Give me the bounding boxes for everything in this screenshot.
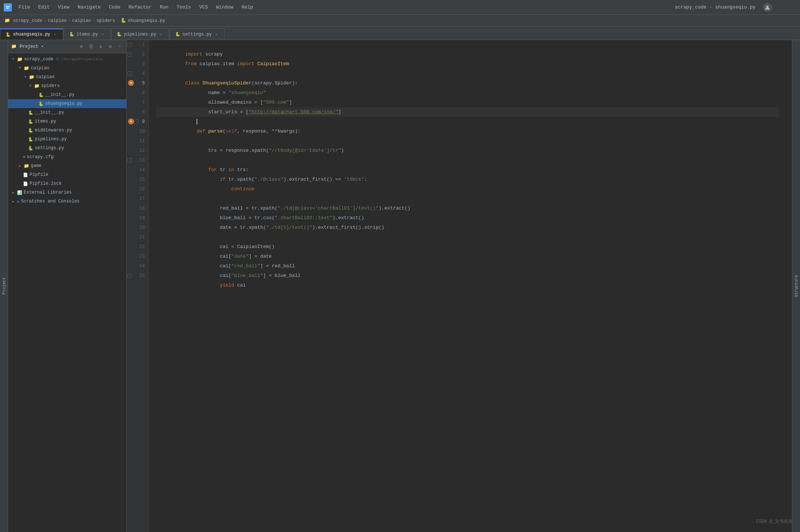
menu-vcs[interactable]: VCS (195, 3, 211, 11)
chevron-spiders (28, 84, 33, 88)
line-num-14: 14 (127, 165, 148, 175)
tree-item-items[interactable]: 🐍 items.py (8, 117, 126, 126)
tab-label-settings: settings.py (183, 32, 212, 37)
tab-bar: 🐍 shuangseqiu.py ✕ 🐍 items.py ✕ 🐍 pipeli… (0, 27, 800, 40)
tree-item-pipfile-lock[interactable]: 📄 Pipfile.lock (8, 179, 126, 188)
tab-icon-shuangseqiu: 🐍 (6, 32, 11, 37)
py-icon-middlewares: 🐍 (28, 128, 33, 133)
fold-marker-1[interactable]: − (127, 43, 132, 47)
folder-icon-game: 📁 (24, 163, 29, 169)
menu-refactor[interactable]: Refactor (125, 3, 155, 11)
fold-marker-25[interactable]: − (127, 274, 132, 278)
file-tree-sort-btn[interactable]: ⇅ (97, 43, 104, 50)
tab-icon-pipelines: 🐍 (117, 32, 122, 37)
menu-edit[interactable]: Edit (34, 3, 53, 11)
breadcrumb-scrapy-code[interactable]: scrapy_code (13, 18, 42, 23)
line-num-3: 3 (127, 59, 148, 69)
tree-item-pipfile[interactable]: 📄 Pipfile (8, 170, 126, 179)
code-line-14: if tr.xpath("./@class").extract_first() … (156, 165, 779, 175)
tree-item-shuangseqiu[interactable]: 🐍 shuangseqiu.py (8, 99, 126, 108)
right-gutter (787, 40, 792, 532)
menu-window[interactable]: Window (212, 3, 237, 11)
project-panel-label[interactable]: Project (0, 40, 8, 532)
fold-marker-9[interactable]: − (134, 120, 138, 124)
tree-label-scratches: Scratches and Consoles (21, 199, 80, 204)
tree-item-scratches[interactable]: ⊙ Scratches and Consoles (8, 197, 126, 206)
menu-run[interactable]: Run (156, 3, 172, 11)
line-num-4: − 4 (127, 69, 148, 78)
fold-marker-2[interactable]: − (127, 52, 132, 57)
breadcrumb-caipiao2[interactable]: caipiao (72, 18, 91, 23)
structure-panel-label[interactable]: Structure (792, 40, 800, 532)
file-tree: 📁 Project ▾ ⊕ ☰ ⇅ ⚙ − 📁 scrapy_code E:\S… (8, 40, 127, 532)
line-num-2: − 2 (127, 50, 148, 59)
tree-label-caipiao: caipiao (31, 66, 49, 71)
breadcrumb-file-icon: 🐍 (121, 18, 126, 23)
tab-settings[interactable]: 🐍 settings.py ✕ (170, 29, 225, 40)
tree-item-init-spiders[interactable]: 🐍 __init__.py (8, 90, 126, 99)
menu-navigate[interactable]: Navigate (74, 3, 104, 11)
tree-item-external-libs[interactable]: 📊 External Libraries (8, 188, 126, 197)
code-line-21: cai = CaipiaoItem() (156, 232, 779, 242)
line-num-18: 18 (127, 204, 148, 213)
breadcrumb-spiders[interactable]: spiders (97, 18, 115, 23)
tab-pipelines[interactable]: 🐍 pipelines.py ✕ (111, 29, 169, 40)
file-tree-locate-btn[interactable]: ⊕ (78, 43, 85, 50)
tree-item-init-caipiao[interactable]: 🐍 __init__.py (8, 108, 126, 117)
menu-help[interactable]: Help (238, 3, 257, 11)
tree-label-spiders: spiders (41, 83, 60, 88)
tree-label-init-spiders: __init__.py (45, 92, 74, 97)
line-numbers: − 1 − 2 3 − 4 ● 5 6 7 8 (127, 40, 149, 532)
fold-marker-4[interactable]: − (127, 71, 132, 76)
tab-items[interactable]: 🐍 items.py ✕ (64, 29, 111, 40)
app-icon (4, 3, 12, 11)
tree-item-caipiao-inner[interactable]: 📁 caipiao (8, 73, 126, 81)
code-content[interactable]: import scrapy from caipiao.item import C… (149, 40, 787, 532)
tree-label-scrapy-code: scrapy_code (24, 57, 53, 62)
menu-view[interactable]: View (54, 3, 73, 11)
tree-item-middlewares[interactable]: 🐍 middlewares.py (8, 126, 126, 135)
line-num-23: 23 (127, 252, 148, 261)
tab-icon-settings: 🐍 (175, 32, 180, 37)
tree-item-pipelines[interactable]: 🐍 pipelines.py (8, 135, 126, 144)
file-tree-content: 📁 scrapy_code E:\ScrapyProjects\s 📁 caip… (8, 53, 126, 532)
breakpoint-9[interactable]: ● (128, 118, 134, 124)
tree-item-spiders[interactable]: 📁 spiders (8, 81, 126, 90)
breadcrumb-caipiao1[interactable]: caipiao (48, 18, 66, 23)
tab-close-shuangseqiu[interactable]: ✕ (53, 32, 58, 37)
file-tree-settings-btn[interactable]: ⚙ (107, 43, 114, 50)
line-num-16: 16 (127, 184, 148, 194)
menu-tools[interactable]: Tools (173, 3, 195, 11)
file-tree-folder-icon: 📁 (11, 44, 17, 49)
tree-item-game[interactable]: 📁 game (8, 161, 126, 170)
window-title: scrapy_code - shuangseqiu.py (675, 4, 756, 10)
line-num-15: 15 (127, 175, 148, 184)
breadcrumb-file[interactable]: shuangseqiu.py (128, 18, 165, 23)
code-line-17: red_ball = tr.xpath("./td[@class='chartB… (156, 194, 779, 204)
line-num-5: ● 5 (127, 78, 148, 88)
menu-code[interactable]: Code (105, 3, 124, 11)
pipfile-icon: 📄 (23, 173, 28, 177)
tree-item-scrapy-cfg[interactable]: ≡ scrapy.cfg (8, 153, 126, 161)
code-editor[interactable]: − 1 − 2 3 − 4 ● 5 6 7 8 (127, 40, 792, 532)
tree-item-settings[interactable]: 🐍 settings.py (8, 144, 126, 153)
tree-label-external-libs: External Libraries (24, 190, 72, 195)
menu-file[interactable]: File (15, 3, 34, 11)
tree-label-scrapy-cfg: scrapy.cfg (27, 154, 54, 160)
tab-close-items[interactable]: ✕ (100, 32, 105, 37)
title-bar: File Edit View Navigate Code Refactor Ru… (0, 0, 800, 15)
file-tree-collapse-btn[interactable]: ☰ (88, 43, 94, 50)
tree-label-pipelines: pipelines.py (35, 137, 67, 142)
tree-item-scrapy-code[interactable]: 📁 scrapy_code E:\ScrapyProjects\s (8, 55, 126, 64)
main-layout: Project 📁 Project ▾ ⊕ ☰ ⇅ ⚙ − 📁 scrapy_c… (0, 40, 800, 532)
fold-marker-13[interactable]: − (127, 158, 132, 163)
tab-close-settings[interactable]: ✕ (214, 32, 219, 37)
tab-label-shuangseqiu: shuangseqiu.py (13, 32, 50, 37)
file-tree-close-btn[interactable]: − (117, 43, 123, 50)
user-icon[interactable] (763, 3, 772, 12)
tab-close-pipelines[interactable]: ✕ (158, 32, 164, 37)
breakpoint-5[interactable]: ● (128, 80, 134, 86)
folder-icon-scrapy-code: 📁 (17, 57, 23, 62)
tab-shuangseqiu[interactable]: 🐍 shuangseqiu.py ✕ (0, 29, 63, 40)
tree-item-caipiao[interactable]: 📁 caipiao (8, 64, 126, 73)
